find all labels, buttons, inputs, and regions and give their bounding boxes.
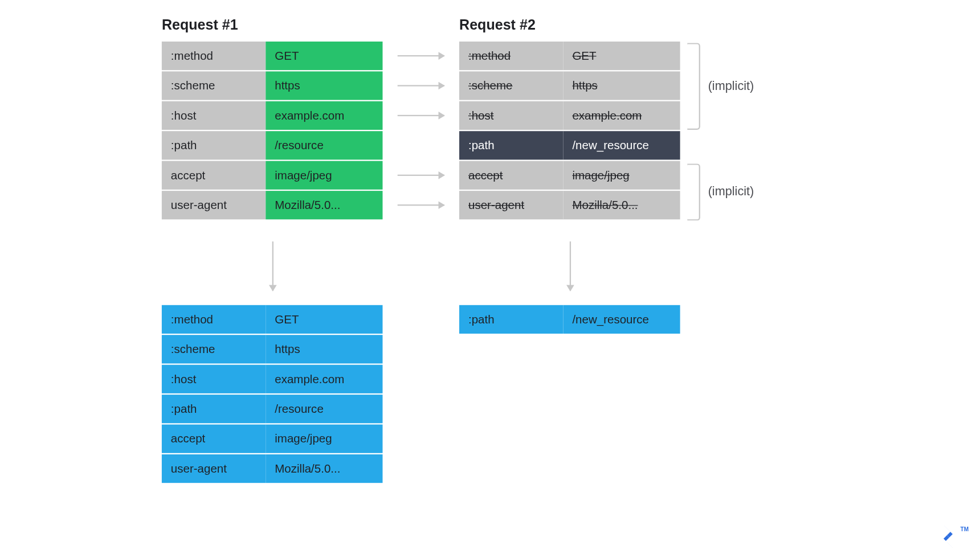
table-row-new: :path /new_resource (459, 131, 680, 159)
table-row: user-agent Mozilla/5.0... (162, 454, 383, 483)
header-value: /new_resource (563, 131, 680, 159)
request-1-table: :method GET :scheme https :host example.… (162, 42, 383, 221)
implicit-label: (implicit) (708, 79, 754, 93)
arrow-right-icon (398, 55, 444, 56)
table-row: :path /resource (162, 131, 383, 159)
table-row: :scheme https (162, 335, 383, 363)
table-row: :scheme https (459, 71, 680, 100)
header-key: accept (459, 161, 563, 190)
table-row: :path /new_resource (459, 305, 681, 334)
header-value: https (266, 335, 382, 363)
trademark-label: TM (961, 526, 969, 532)
header-value: Mozilla/5.0... (266, 454, 382, 483)
header-key: :path (162, 395, 266, 423)
table-row: :host example.com (162, 101, 383, 130)
header-key: accept (162, 161, 266, 190)
table-row: :method GET (162, 42, 383, 70)
header-value: /resource (266, 395, 382, 423)
header-key: :scheme (459, 71, 563, 100)
header-value: example.com (266, 101, 382, 130)
header-key: user-agent (162, 454, 266, 483)
header-key: accept (162, 425, 266, 453)
table-row: :method GET (162, 305, 383, 334)
table-row: :host example.com (162, 365, 383, 393)
header-key: :scheme (162, 335, 266, 363)
header-key: :scheme (162, 71, 266, 100)
header-value: example.com (266, 365, 382, 393)
output-1-table: :method GET :scheme https :host example.… (162, 305, 383, 485)
arrow-right-icon (398, 204, 444, 206)
svg-marker-1 (944, 535, 953, 548)
toptal-logo-icon: TM (937, 525, 969, 548)
header-value: Mozilla/5.0... (266, 191, 382, 219)
table-row: user-agent Mozilla/5.0... (459, 191, 680, 219)
header-key: user-agent (162, 191, 266, 219)
arrow-right-icon (398, 175, 444, 176)
table-row: accept image/jpeg (162, 425, 383, 453)
table-row: accept image/jpeg (459, 161, 680, 190)
header-key: :path (459, 305, 563, 334)
header-value: image/jpeg (266, 161, 382, 190)
request-2-table: :method GET :scheme https :host example.… (459, 42, 680, 221)
header-value: example.com (563, 101, 680, 130)
header-key: :host (459, 101, 563, 130)
request-2-title: Request #2 (459, 17, 536, 34)
brace-icon (687, 163, 700, 220)
implicit-label: (implicit) (708, 184, 754, 199)
table-row: :path /resource (162, 395, 383, 423)
table-row: :method GET (459, 42, 680, 70)
brace-icon (687, 43, 700, 130)
arrow-right-icon (398, 115, 444, 116)
header-value: /resource (266, 131, 382, 159)
header-value: Mozilla/5.0... (563, 191, 680, 219)
table-row: :host example.com (459, 101, 680, 130)
header-value: https (266, 71, 382, 100)
header-key: :method (162, 305, 266, 334)
header-key: :path (459, 131, 563, 159)
header-key: :method (459, 42, 563, 70)
header-key: :host (162, 365, 266, 393)
header-value: GET (266, 305, 382, 334)
svg-marker-0 (944, 525, 953, 538)
arrow-down-icon (570, 241, 571, 291)
header-key: :host (162, 101, 266, 130)
table-row: accept image/jpeg (162, 161, 383, 190)
header-key: user-agent (459, 191, 563, 219)
header-value: GET (563, 42, 680, 70)
arrow-down-icon (272, 241, 273, 291)
request-1-title: Request #1 (162, 17, 238, 34)
header-value: image/jpeg (563, 161, 680, 190)
header-value: https (563, 71, 680, 100)
table-row: user-agent Mozilla/5.0... (162, 191, 383, 219)
header-value: /new_resource (563, 305, 680, 334)
table-row: :scheme https (162, 71, 383, 100)
header-key: :method (162, 42, 266, 70)
output-2-table: :path /new_resource (459, 305, 681, 335)
header-value: GET (266, 42, 382, 70)
header-value: image/jpeg (266, 425, 382, 453)
arrow-right-icon (398, 85, 444, 86)
header-key: :path (162, 131, 266, 159)
